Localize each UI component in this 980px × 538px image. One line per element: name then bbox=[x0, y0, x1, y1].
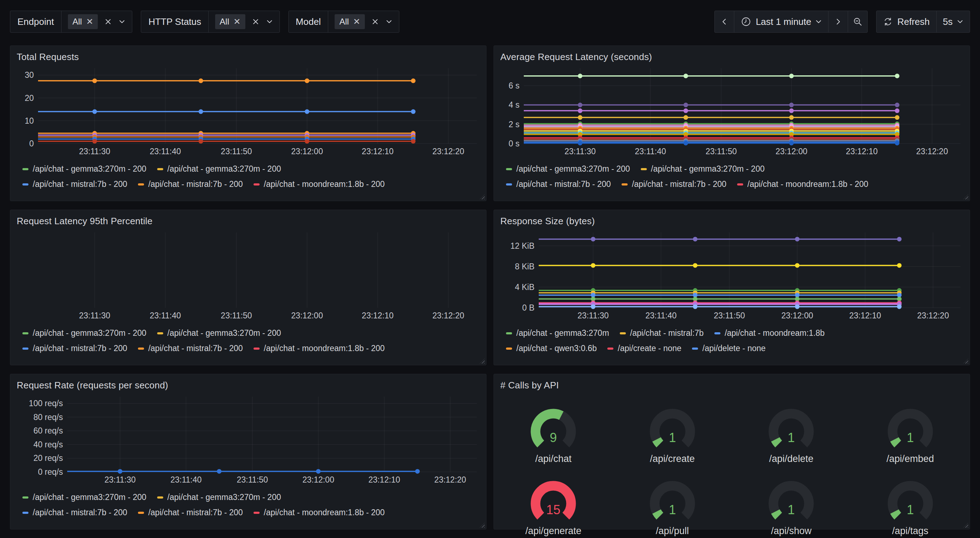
legend-swatch bbox=[157, 497, 163, 498]
legend-label: /api/chat - gemma3:270m bbox=[516, 329, 609, 338]
legend-item[interactable]: /api/chat - mistral:7b - 200 bbox=[138, 179, 243, 189]
panel-resize-handle[interactable] bbox=[480, 523, 485, 528]
gauge-api-embed: 1/api/embed bbox=[851, 403, 970, 465]
legend-label: /api/chat - gemma3:270m - 200 bbox=[33, 492, 146, 502]
legend-item[interactable]: /api/chat - mistral:7b - 200 bbox=[22, 179, 127, 189]
panel-resize-handle[interactable] bbox=[480, 194, 485, 199]
time-range-picker[interactable]: Last 1 minute bbox=[734, 11, 829, 33]
panel-resize-handle[interactable] bbox=[480, 359, 485, 363]
legend-item[interactable]: /api/chat - qwen3:0.6b bbox=[506, 344, 597, 353]
gauge-value: 1 bbox=[907, 430, 914, 445]
svg-text:0: 0 bbox=[29, 139, 34, 148]
chip-remove-icon[interactable]: ✕ bbox=[353, 17, 360, 26]
gauge-title: /api/embed bbox=[886, 454, 934, 465]
legend-label: /api/chat - gemma3:270m - 200 bbox=[651, 164, 765, 174]
legend-item[interactable]: /api/chat - mistral:7b - 200 bbox=[22, 344, 127, 353]
gauge-api-create: 1/api/create bbox=[613, 403, 732, 465]
legend-item[interactable]: /api/chat - gemma3:270m - 200 bbox=[157, 329, 281, 338]
legend-item[interactable]: /api/chat - moondream:1.8b - 200 bbox=[737, 179, 869, 189]
time-shift-forward-button[interactable] bbox=[828, 11, 848, 33]
filter-endpoint-chip[interactable]: All ✕ bbox=[68, 14, 98, 29]
filter-model-chip[interactable]: All ✕ bbox=[335, 14, 365, 29]
legend: /api/chat - gemma3:270m - 200/api/chat -… bbox=[22, 164, 480, 189]
chevron-down-icon[interactable] bbox=[385, 19, 393, 24]
legend-item[interactable]: /api/chat - moondream:1.8b - 200 bbox=[253, 344, 385, 353]
gauge-api-tags: 1/api/tags bbox=[851, 475, 970, 536]
legend-swatch bbox=[506, 332, 512, 334]
legend-item[interactable]: /api/chat - mistral:7b - 200 bbox=[22, 508, 127, 517]
legend-item[interactable]: /api/chat - mistral:7b - 200 bbox=[622, 179, 727, 189]
legend: /api/chat - gemma3:270m/api/chat - mistr… bbox=[506, 329, 964, 353]
panel-title[interactable]: Average Request Latency (seconds) bbox=[500, 52, 970, 62]
timeseries-plot: 23:11:3023:11:4023:11:5023:12:0023:12:10… bbox=[15, 227, 480, 323]
svg-text:23:11:40: 23:11:40 bbox=[150, 147, 181, 156]
legend-item[interactable]: /api/chat - mistral:7b bbox=[620, 329, 704, 338]
panel-title[interactable]: Total Requests bbox=[17, 52, 486, 62]
gauge-value: 1 bbox=[788, 430, 795, 445]
legend-item[interactable]: /api/delete - none bbox=[692, 344, 765, 353]
filter-model[interactable]: Model All ✕ bbox=[288, 11, 400, 33]
svg-text:23:11:50: 23:11:50 bbox=[221, 147, 252, 156]
svg-text:20: 20 bbox=[24, 94, 34, 103]
legend-row: /api/chat - gemma3:270m - 200/api/chat -… bbox=[506, 164, 964, 174]
legend-item[interactable]: /api/chat - mistral:7b - 200 bbox=[506, 179, 611, 189]
legend-item[interactable]: /api/chat - gemma3:270m - 200 bbox=[506, 164, 630, 174]
chip-remove-icon[interactable]: ✕ bbox=[86, 17, 93, 26]
legend-item[interactable]: /api/chat - mistral:7b - 200 bbox=[138, 508, 243, 517]
panel-title[interactable]: # Calls by API bbox=[500, 380, 970, 391]
legend-item[interactable]: /api/chat - moondream:1.8b bbox=[714, 329, 825, 338]
time-controls: Last 1 minute Refresh 5s bbox=[714, 11, 970, 33]
legend-item[interactable]: /api/chat - gemma3:270m - 200 bbox=[157, 492, 281, 502]
legend-label: /api/chat - gemma3:270m - 200 bbox=[33, 329, 146, 338]
legend-item[interactable]: /api/chat - gemma3:270m bbox=[506, 329, 609, 338]
svg-text:23:12:20: 23:12:20 bbox=[434, 475, 466, 484]
legend-item[interactable]: /api/chat - gemma3:270m - 200 bbox=[641, 164, 765, 174]
filter-http-status-chip[interactable]: All ✕ bbox=[215, 14, 245, 29]
legend-item[interactable]: /api/chat - gemma3:270m - 200 bbox=[22, 329, 146, 338]
panel-title[interactable]: Request Rate (requests per second) bbox=[17, 380, 486, 391]
chevron-down-icon[interactable] bbox=[118, 19, 126, 24]
time-shift-back-button[interactable] bbox=[714, 11, 734, 33]
legend-item[interactable]: /api/chat - moondream:1.8b - 200 bbox=[253, 508, 385, 517]
panel-request-latency-95th: Request Latency 95th Percentile 23:11:30… bbox=[10, 209, 487, 365]
legend-row: /api/chat - mistral:7b - 200/api/chat - … bbox=[506, 179, 964, 189]
timeseries-plot: 23:11:3023:11:4023:11:5023:12:0023:12:10… bbox=[15, 63, 480, 159]
svg-text:2 s: 2 s bbox=[509, 120, 520, 129]
gauge-value: 1 bbox=[907, 503, 914, 517]
filter-clear-icon[interactable] bbox=[104, 18, 112, 25]
svg-text:23:11:50: 23:11:50 bbox=[237, 475, 268, 484]
refresh-button[interactable]: Refresh bbox=[876, 11, 936, 33]
svg-text:6 s: 6 s bbox=[509, 81, 520, 90]
legend-item[interactable]: /api/chat - mistral:7b - 200 bbox=[138, 344, 243, 353]
legend-label: /api/chat - mistral:7b - 200 bbox=[516, 179, 611, 189]
svg-text:23:11:30: 23:11:30 bbox=[564, 147, 596, 156]
legend-item[interactable]: /api/chat - gemma3:270m - 200 bbox=[157, 164, 281, 174]
panel-title[interactable]: Response Size (bytes) bbox=[500, 216, 970, 227]
filter-clear-icon[interactable] bbox=[371, 18, 379, 25]
filter-clear-icon[interactable] bbox=[252, 18, 259, 25]
legend-swatch bbox=[622, 183, 628, 186]
gauge-value: 1 bbox=[669, 430, 676, 445]
svg-text:23:12:10: 23:12:10 bbox=[362, 311, 394, 320]
refresh-label: Refresh bbox=[897, 16, 929, 27]
legend-item[interactable]: /api/chat - gemma3:270m - 200 bbox=[22, 492, 146, 502]
legend-item[interactable]: /api/chat - gemma3:270m - 200 bbox=[22, 164, 146, 174]
panel-title[interactable]: Request Latency 95th Percentile bbox=[17, 216, 486, 227]
chip-remove-icon[interactable]: ✕ bbox=[233, 17, 240, 26]
chevron-down-icon[interactable] bbox=[266, 19, 273, 24]
legend-swatch bbox=[22, 183, 29, 186]
legend-label: /api/chat - mistral:7b - 200 bbox=[148, 508, 243, 517]
filter-endpoint[interactable]: Endpoint All ✕ bbox=[10, 11, 132, 33]
zoom-out-icon bbox=[853, 17, 863, 27]
legend-item[interactable]: /api/chat - moondream:1.8b - 200 bbox=[253, 179, 385, 189]
timeseries-plot: 23:11:3023:11:4023:11:5023:12:0023:12:10… bbox=[15, 392, 480, 487]
filter-http-status[interactable]: HTTP Status All ✕ bbox=[141, 11, 280, 33]
refresh-interval-picker[interactable]: 5s bbox=[936, 11, 970, 33]
legend-label: /api/chat - mistral:7b - 200 bbox=[33, 344, 127, 353]
legend-item[interactable]: /api/create - none bbox=[607, 344, 681, 353]
zoom-out-button[interactable] bbox=[848, 11, 868, 33]
panel-resize-handle[interactable] bbox=[963, 194, 968, 199]
svg-text:23:11:30: 23:11:30 bbox=[105, 475, 136, 484]
legend-row: /api/chat - gemma3:270m - 200/api/chat -… bbox=[22, 492, 480, 502]
panel-resize-handle[interactable] bbox=[963, 359, 968, 363]
